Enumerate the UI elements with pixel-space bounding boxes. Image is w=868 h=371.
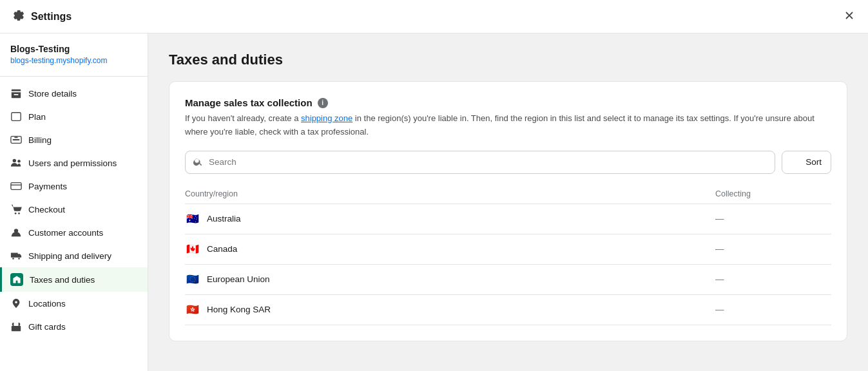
sidebar: Blogs-Testing blogs-testing.myshopify.co… xyxy=(0,33,148,371)
table-row[interactable]: 🇭🇰 Hong Kong SAR — xyxy=(185,295,831,325)
sidebar-item-plan[interactable]: Plan xyxy=(0,105,148,128)
flag-icon: 🇪🇺 xyxy=(185,274,200,285)
billing-icon xyxy=(10,134,22,146)
sort-icon xyxy=(791,157,802,167)
sidebar-item-label: Customer accounts xyxy=(28,228,103,238)
sidebar-item-label: Shipping and delivery xyxy=(28,251,111,261)
main-layout: Blogs-Testing blogs-testing.myshopify.co… xyxy=(0,33,868,371)
sidebar-item-taxes-duties[interactable]: Taxes and duties xyxy=(0,267,148,292)
flag-icon: 🇭🇰 xyxy=(185,304,200,316)
section-title-text: Manage sales tax collection xyxy=(185,97,313,108)
store-name: Blogs-Testing xyxy=(10,44,137,54)
payments-icon xyxy=(10,180,22,192)
svg-point-6 xyxy=(18,213,20,214)
search-box xyxy=(185,151,775,174)
table-row[interactable]: 🇦🇺 Australia — xyxy=(185,204,831,234)
shipping-zone-link[interactable]: shipping zone xyxy=(301,113,352,123)
collecting-col: — xyxy=(715,244,831,254)
sidebar-item-payments[interactable]: Payments xyxy=(0,175,148,198)
country-col: 🇨🇦 Canada xyxy=(185,243,715,255)
sidebar-item-customer-accounts[interactable]: Customer accounts xyxy=(0,221,148,244)
sidebar-item-billing[interactable]: Billing xyxy=(0,128,148,151)
table-row[interactable]: 🇪🇺 European Union — xyxy=(185,265,831,295)
country-name: Australia xyxy=(207,214,241,224)
search-input[interactable] xyxy=(209,157,767,167)
close-icon[interactable] xyxy=(844,10,855,24)
top-bar-title: Settings xyxy=(31,11,72,23)
sidebar-item-locations[interactable]: Locations xyxy=(0,292,148,315)
svg-rect-4 xyxy=(11,183,21,190)
flag-icon: 🇨🇦 xyxy=(185,243,200,255)
gear-icon xyxy=(13,10,24,24)
svg-point-9 xyxy=(18,258,20,260)
desc-part1: If you haven't already, create a xyxy=(185,113,301,123)
store-url[interactable]: blogs-testing.myshopify.com xyxy=(10,56,108,65)
sidebar-item-label: Gift cards xyxy=(28,322,66,332)
taxes-card: Manage sales tax collection i If you hav… xyxy=(169,81,847,341)
checkout-icon xyxy=(10,204,22,215)
svg-point-2 xyxy=(13,159,16,162)
svg-point-3 xyxy=(17,160,21,163)
sidebar-item-label: Taxes and duties xyxy=(30,275,95,285)
sidebar-item-checkout[interactable]: Checkout xyxy=(0,198,148,221)
svg-rect-0 xyxy=(12,113,21,121)
collecting-col: — xyxy=(715,214,831,224)
collecting-col: — xyxy=(715,274,831,284)
sort-label: Sort xyxy=(805,157,822,167)
store-info: Blogs-Testing blogs-testing.myshopify.co… xyxy=(0,44,148,77)
sidebar-item-label: Billing xyxy=(28,135,52,145)
page-title: Taxes and duties xyxy=(169,52,847,68)
country-col: 🇦🇺 Australia xyxy=(185,213,715,225)
country-col: 🇭🇰 Hong Kong SAR xyxy=(185,304,715,316)
sidebar-item-users-permissions[interactable]: Users and permissions xyxy=(0,151,148,175)
gift-icon xyxy=(10,321,22,332)
flag-icon: 🇦🇺 xyxy=(185,213,200,225)
col-collecting-header: Collecting xyxy=(715,189,831,198)
shipping-icon xyxy=(10,250,22,262)
top-bar-left: Settings xyxy=(13,10,72,24)
search-sort-row: Sort xyxy=(185,151,831,174)
country-name: Canada xyxy=(207,244,237,254)
top-bar: Settings xyxy=(0,0,868,33)
svg-point-8 xyxy=(12,258,14,260)
country-col: 🇪🇺 European Union xyxy=(185,274,715,285)
card-section-title: Manage sales tax collection i xyxy=(185,97,831,108)
sidebar-item-label: Locations xyxy=(28,299,66,309)
country-name: European Union xyxy=(207,274,270,284)
plan-icon xyxy=(10,111,22,122)
col-country-header: Country/region xyxy=(185,189,715,198)
table-row[interactable]: 🇨🇦 Canada — xyxy=(185,234,831,265)
sidebar-item-label: Users and permissions xyxy=(28,158,117,168)
search-icon xyxy=(193,157,204,167)
sidebar-item-label: Payments xyxy=(28,182,67,191)
sidebar-item-label: Plan xyxy=(28,112,46,122)
country-name: Hong Kong SAR xyxy=(207,305,271,314)
sidebar-item-label: Store details xyxy=(28,89,77,99)
store-icon xyxy=(10,88,22,99)
sort-button[interactable]: Sort xyxy=(782,151,831,174)
sidebar-item-shipping-delivery[interactable]: Shipping and delivery xyxy=(0,244,148,267)
sidebar-item-label: Checkout xyxy=(28,205,65,214)
customer-icon xyxy=(10,227,22,238)
users-icon xyxy=(10,157,22,169)
svg-point-5 xyxy=(15,213,17,214)
content-area: Taxes and duties Manage sales tax collec… xyxy=(148,33,868,371)
info-icon[interactable]: i xyxy=(318,98,328,108)
table-rows: 🇦🇺 Australia — 🇨🇦 Canada — 🇪🇺 European U… xyxy=(185,204,831,325)
svg-rect-10 xyxy=(12,326,21,331)
location-icon xyxy=(10,298,22,309)
sidebar-item-store-details[interactable]: Store details xyxy=(0,82,148,105)
collecting-col: — xyxy=(715,305,831,314)
taxes-icon xyxy=(10,273,23,286)
table-header: Country/region Collecting xyxy=(185,184,831,204)
sidebar-item-gift-cards[interactable]: Gift cards xyxy=(0,315,148,338)
card-description: If you haven't already, create a shippin… xyxy=(185,112,831,139)
